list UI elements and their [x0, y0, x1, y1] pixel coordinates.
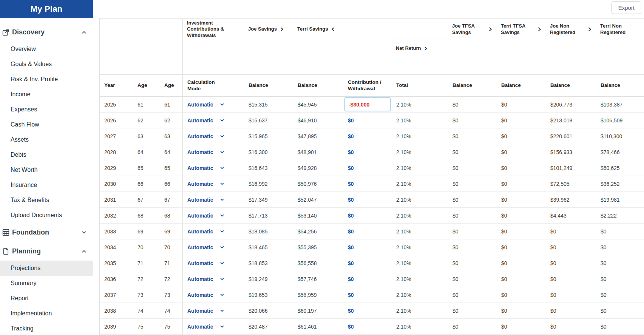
sidebar-item-goals-values[interactable]: Goals & Values	[0, 57, 93, 72]
contribution-value[interactable]: $0	[348, 213, 354, 219]
calculation-mode-select[interactable]: Automatic	[187, 117, 224, 124]
calculation-mode-select[interactable]: Automatic	[187, 260, 224, 266]
calculation-mode-select[interactable]: Automatic	[187, 244, 224, 250]
sidebar-section-foundation[interactable]: Foundation	[0, 223, 93, 242]
export-button[interactable]: Export	[612, 1, 641, 14]
calculation-mode-select[interactable]: Automatic	[187, 149, 224, 155]
calculation-mode-select[interactable]: Automatic	[187, 213, 224, 219]
contribution-value[interactable]: $0	[348, 228, 354, 235]
calculation-mode-select[interactable]: Automatic	[187, 102, 224, 108]
calculation-mode-select[interactable]: Automatic	[187, 197, 224, 203]
cell-terri-non-registered-balance-value: $0	[601, 244, 607, 250]
calculation-mode-select[interactable]: Automatic	[187, 228, 224, 235]
cell-terri-tfsa-balance-value: $0	[501, 165, 507, 171]
column-header-year-0: Year	[100, 75, 133, 96]
cell-joe-tfsa-balance: $0	[448, 208, 497, 223]
cell-age-1: 72	[133, 271, 160, 287]
chevron-left-icon[interactable]	[331, 27, 335, 32]
sidebar-item-tax-benefits[interactable]: Tax & Benefits	[0, 193, 93, 208]
contribution-value[interactable]: $0	[348, 324, 354, 330]
chevron-down-icon[interactable]	[81, 230, 87, 235]
chevron-down-icon	[220, 198, 224, 202]
cell-joe-tfsa-balance-value: $0	[452, 213, 459, 219]
cell-terri-savings-balance: $56,558	[293, 255, 343, 271]
sidebar-item-projections[interactable]: Projections	[0, 261, 93, 276]
sidebar-item-upload-documents[interactable]: Upload Documents	[0, 208, 93, 223]
chevron-right-icon[interactable]	[537, 27, 542, 32]
sidebar-item-tracking[interactable]: Tracking	[0, 321, 93, 335]
chevron-right-icon[interactable]	[424, 46, 428, 51]
chevron-right-icon[interactable]	[280, 27, 284, 32]
cell-terri-tfsa-balance: $0	[497, 224, 546, 239]
sidebar-item-debts[interactable]: Debts	[0, 147, 93, 162]
chevron-down-icon	[220, 118, 224, 123]
cell-terri-non-registered-balance-value: $106,509	[601, 117, 622, 124]
column-header-balance-9: Balance	[497, 75, 546, 96]
sidebar-item-income[interactable]: Income	[0, 87, 93, 102]
sidebar-section-planning[interactable]: Planning	[0, 242, 93, 261]
cell-net-return-total: 2.10%	[392, 176, 448, 191]
calculation-mode-select[interactable]: Automatic	[187, 292, 224, 298]
cell-contribution-withdrawal: $0	[343, 160, 392, 176]
contribution-value[interactable]: $0	[348, 276, 354, 282]
calculation-mode-select[interactable]: Automatic	[187, 324, 224, 330]
group-header-label: Terri TFSA Savings	[501, 23, 534, 36]
sidebar-item-assets[interactable]: Assets	[0, 132, 93, 147]
cell-net-return-total-value: 2.10%	[396, 149, 411, 155]
contribution-value[interactable]: $0	[348, 181, 354, 187]
cell-net-return-total-value: 2.10%	[396, 181, 411, 187]
chevron-right-icon[interactable]	[488, 27, 493, 32]
cell-joe-savings-balance-value: $18,853	[249, 260, 268, 266]
calculation-mode-select[interactable]: Automatic	[187, 181, 224, 187]
contribution-value[interactable]: $0	[348, 197, 354, 203]
contribution-value[interactable]: $0	[348, 149, 354, 155]
contribution-value[interactable]: $0	[348, 260, 354, 266]
sidebar-item-overview[interactable]: Overview	[0, 42, 93, 57]
cell-age-2-value: 63	[164, 133, 170, 139]
sidebar-item-cash-flow[interactable]: Cash Flow	[0, 117, 93, 132]
chevron-up-icon[interactable]	[81, 249, 87, 254]
calculation-mode-select[interactable]: Automatic	[187, 276, 224, 282]
calculation-mode-select[interactable]: Automatic	[187, 308, 224, 314]
sidebar-item-report[interactable]: Report	[0, 291, 93, 306]
contribution-value[interactable]: $0	[348, 117, 354, 124]
group-header-band: Terri TFSA Savings	[497, 19, 546, 40]
column-header-label: Balance	[298, 82, 317, 89]
cell-joe-savings-balance-value: $18,085	[249, 228, 268, 235]
sidebar-item-risk-inv-profile[interactable]: Risk & Inv. Profile	[0, 72, 93, 87]
sidebar-item-insurance[interactable]: Insurance	[0, 178, 93, 193]
group-header-band: Terri Non Registered	[596, 19, 644, 40]
sidebar-item-expenses[interactable]: Expenses	[0, 102, 93, 117]
cell-year: 2030	[100, 176, 133, 191]
contribution-value[interactable]: $0	[348, 308, 354, 314]
cell-age-2: 74	[160, 303, 183, 318]
chevron-up-icon[interactable]	[81, 29, 87, 35]
chevron-down-icon	[220, 134, 224, 139]
calculation-mode-select[interactable]: Automatic	[187, 165, 224, 171]
table-row: 20316767Automatic$17,349$52,047$02.10%$0…	[100, 192, 644, 208]
plan-title: My Plan	[0, 0, 93, 18]
cell-net-return-total-value: 2.10%	[396, 102, 411, 108]
sidebar-section-discovery[interactable]: Discovery	[0, 23, 93, 42]
chevron-down-icon	[220, 245, 224, 250]
sidebar-item-implementation[interactable]: Implementation	[0, 306, 93, 321]
calculation-mode-select[interactable]: Automatic	[187, 133, 224, 139]
cell-net-return-total: 2.10%	[392, 160, 448, 176]
cell-age-2-value: 68	[164, 213, 170, 219]
contribution-value[interactable]: $0	[348, 244, 354, 250]
table-row: 20347070Automatic$18,465$55,395$02.10%$0…	[100, 239, 644, 255]
contribution-value[interactable]: $0	[348, 292, 354, 298]
column-header-balance-4: Balance	[244, 75, 293, 96]
sidebar-item-net-worth[interactable]: Net Worth	[0, 162, 93, 178]
chevron-right-icon[interactable]	[588, 27, 592, 32]
cell-joe-tfsa-balance-value: $0	[452, 197, 459, 203]
cell-contribution-withdrawal: $0	[343, 239, 392, 255]
cell-joe-savings-balance: $16,992	[244, 176, 293, 191]
contribution-value[interactable]: $0	[348, 165, 354, 171]
contribution-input-selected[interactable]: -$30,000	[344, 97, 391, 111]
sidebar-item-summary[interactable]: Summary	[0, 276, 93, 291]
sidebar-nav: DiscoveryOverviewGoals & ValuesRisk & In…	[0, 18, 93, 335]
cell-year-value: 2032	[104, 213, 116, 219]
cell-age-1: 64	[133, 144, 160, 160]
contribution-value[interactable]: $0	[348, 133, 354, 139]
